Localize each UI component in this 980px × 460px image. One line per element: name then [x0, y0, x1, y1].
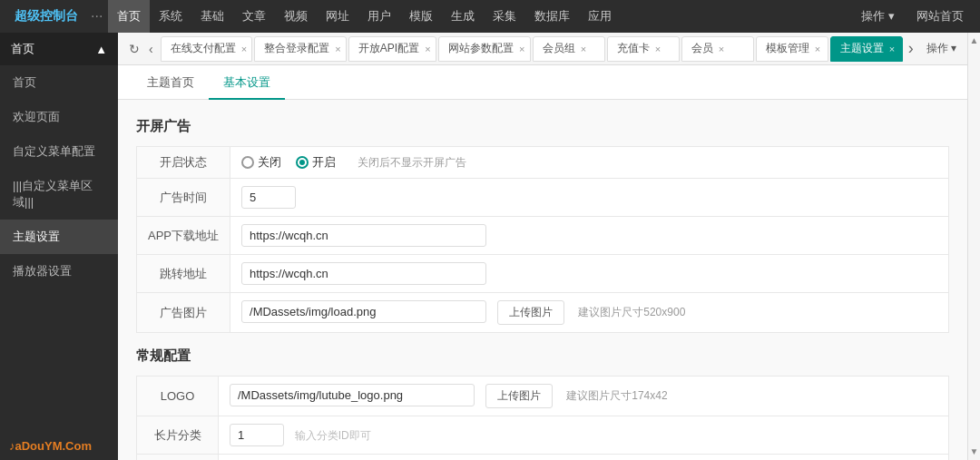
sidebar-item-welcome[interactable]: 欢迎页面	[0, 100, 118, 134]
site-home-button[interactable]: 网站首页	[907, 0, 973, 33]
nav-item-generate[interactable]: 生成	[442, 0, 484, 33]
redirect-url-value	[230, 255, 949, 293]
tab-api-close[interactable]: ×	[425, 44, 430, 54]
top-navbar: 超级控制台 ··· 首页 系统 基础 文章 视频 网址 用户 模版 生成 采集 …	[0, 0, 980, 33]
redirect-url-row: 跳转地址	[137, 255, 949, 293]
long-category-hint: 输入分类ID即可	[295, 429, 371, 442]
general-form-table: LOGO 上传图片 建议图片尺寸174x42 长片分类 输入分类ID即可	[136, 376, 949, 460]
tab-bar: ↻ ‹ 在线支付配置 × 整合登录配置 × 开放API配置 × 网站参数配置	[118, 33, 967, 65]
nav-item-basic[interactable]: 基础	[191, 0, 233, 33]
logo-row: LOGO 上传图片 建议图片尺寸174x42	[137, 377, 949, 416]
status-radio-group: 关闭 开启 关闭后不显示开屏广告	[241, 154, 937, 171]
ops-button[interactable]: 操作 ▾	[852, 0, 904, 33]
redirect-url-input[interactable]	[241, 262, 486, 285]
ad-time-label: 广告时间	[137, 179, 230, 217]
tab-more-icon[interactable]: ›	[903, 39, 919, 58]
radio-off[interactable]: 关闭	[241, 154, 281, 171]
nav-item-video[interactable]: 视频	[275, 0, 317, 33]
nav-item-url[interactable]: 网址	[317, 0, 358, 33]
tab-member-close[interactable]: ×	[719, 44, 724, 54]
tab-login-close[interactable]: ×	[335, 44, 340, 54]
sidebar-item-player-settings[interactable]: 播放器设置	[0, 254, 118, 289]
radio-hint: 关闭后不显示开屏广告	[358, 155, 466, 171]
tab-theme-label: 主题设置	[840, 41, 884, 56]
splash-form-table: 开启状态 关闭 开启 关闭后	[136, 146, 949, 333]
tab-recharge-close[interactable]: ×	[655, 44, 661, 54]
tab-ops-button[interactable]: 操作 ▾	[919, 41, 964, 56]
refresh-button[interactable]: ↻	[125, 41, 143, 57]
nav-item-user[interactable]: 用户	[358, 0, 400, 33]
splash-status-row: 开启状态 关闭 开启 关闭后	[137, 147, 949, 179]
app-url-input[interactable]	[241, 224, 486, 247]
nav-item-collect[interactable]: 采集	[484, 0, 525, 33]
splash-status-value: 关闭 开启 关闭后不显示开屏广告	[230, 147, 949, 179]
sidebar-header: 首页 ▲	[0, 33, 118, 65]
main-area: ↻ ‹ 在线支付配置 × 整合登录配置 × 开放API配置 × 网站参数配置	[118, 33, 967, 460]
tab-login-label: 整合登录配置	[264, 41, 329, 56]
splash-section-title: 开屏广告	[136, 118, 949, 135]
watermark: ♪aDouYM.Com	[0, 432, 118, 460]
tab-login[interactable]: 整合登录配置 ×	[254, 36, 347, 62]
sub-tabs: 主题首页 基本设置	[118, 65, 967, 100]
tab-recharge[interactable]: 充值卡 ×	[607, 36, 680, 62]
logo-label: LOGO	[137, 377, 219, 416]
tab-member-group[interactable]: 会员组 ×	[533, 36, 605, 62]
nav-item-app[interactable]: 应用	[579, 0, 621, 33]
logo-upload-button[interactable]: 上传图片	[485, 384, 553, 408]
nav-dots[interactable]: ···	[85, 8, 108, 24]
short-category-label: 短片分类	[137, 455, 219, 461]
tab-template[interactable]: 模板管理 ×	[756, 36, 828, 62]
nav-right: 操作 ▾ 网站首页	[852, 0, 973, 33]
scroll-down-icon[interactable]: ▼	[970, 445, 979, 458]
sub-tab-basic-settings[interactable]: 基本设置	[209, 65, 285, 100]
ad-time-input[interactable]	[241, 186, 296, 209]
nav-item-article[interactable]: 文章	[233, 0, 275, 33]
ad-image-input[interactable]	[241, 300, 486, 323]
sidebar-item-theme-settings[interactable]: 主题设置	[0, 220, 118, 254]
tab-theme[interactable]: 主题设置 ×	[830, 36, 903, 62]
content-area: 开屏广告 开启状态 关闭	[118, 100, 967, 460]
tab-recharge-label: 充值卡	[617, 41, 650, 56]
splash-status-label: 开启状态	[137, 147, 230, 179]
tab-api-label: 开放API配置	[358, 41, 419, 56]
nav-item-db[interactable]: 数据库	[525, 0, 579, 33]
tab-site-params[interactable]: 网站参数配置 ×	[438, 36, 531, 62]
ad-image-upload-button[interactable]: 上传图片	[497, 300, 564, 325]
tab-site-params-close[interactable]: ×	[519, 44, 524, 54]
tab-theme-close[interactable]: ×	[889, 44, 895, 54]
ad-time-value	[230, 179, 949, 217]
nav-item-template[interactable]: 模版	[400, 0, 442, 33]
tab-payment-close[interactable]: ×	[241, 44, 247, 54]
sub-tab-theme-home[interactable]: 主题首页	[132, 65, 209, 100]
logo-input[interactable]	[230, 384, 475, 406]
sidebar-toggle-icon[interactable]: ▲	[95, 43, 107, 56]
right-scrollbar[interactable]: ▲ ▼	[967, 33, 980, 460]
sidebar-item-menu-area[interactable]: |||自定义菜单区域|||	[0, 169, 118, 220]
tab-payment[interactable]: 在线支付配置 ×	[161, 36, 253, 62]
tab-member-group-label: 会员组	[543, 41, 575, 56]
tab-controls: ↻ ‹	[122, 41, 161, 57]
scroll-up-icon[interactable]: ▲	[970, 34, 979, 47]
tab-member[interactable]: 会员 ×	[681, 36, 754, 62]
ad-image-value: 上传图片 建议图片尺寸520x900	[230, 293, 949, 333]
long-category-label: 长片分类	[137, 416, 219, 455]
sidebar-item-menu-config[interactable]: 自定义菜单配置	[0, 134, 118, 169]
app-url-row: APP下载地址	[137, 217, 949, 255]
logo-hint: 建议图片尺寸174x42	[566, 389, 667, 402]
sidebar-item-home[interactable]: 首页	[0, 65, 118, 100]
back-button[interactable]: ‹	[145, 41, 157, 57]
radio-on[interactable]: 开启	[296, 154, 336, 171]
tab-template-label: 模板管理	[766, 41, 809, 56]
tab-template-close[interactable]: ×	[815, 44, 820, 54]
tab-payment-label: 在线支付配置	[171, 41, 236, 56]
sidebar-title: 首页	[11, 41, 34, 57]
long-category-value: 输入分类ID即可	[219, 416, 949, 455]
main-layout: 首页 ▲ 首页 欢迎页面 自定义菜单配置 |||自定义菜单区域||| 主题设置 …	[0, 33, 980, 460]
tab-member-group-close[interactable]: ×	[581, 44, 586, 54]
tab-api[interactable]: 开放API配置 ×	[348, 36, 436, 62]
radio-off-circle	[241, 156, 254, 169]
nav-item-system[interactable]: 系统	[150, 0, 191, 33]
radio-off-label: 关闭	[258, 154, 281, 171]
nav-item-home[interactable]: 首页	[108, 0, 150, 33]
long-category-input[interactable]	[230, 424, 284, 446]
